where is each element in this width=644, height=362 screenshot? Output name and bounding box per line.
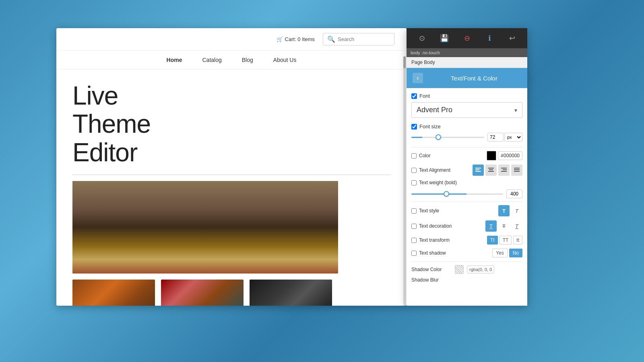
panel-content[interactable]: Font Advent Pro ▾ Font size — [407, 88, 527, 306]
align-right-button[interactable] — [498, 165, 510, 176]
italic-style-button[interactable]: T — [511, 205, 522, 216]
font-label-row: Font — [411, 93, 522, 99]
scrollbar-thumb[interactable] — [403, 56, 406, 68]
text-weight-label-text: Text weight (bold) — [419, 180, 457, 185]
browser-scrollbar[interactable] — [403, 56, 406, 306]
font-weight-slider[interactable] — [411, 193, 503, 195]
color-controls: #000000 — [487, 151, 522, 160]
shadow-color-swatch[interactable] — [455, 265, 464, 274]
font-dropdown[interactable]: Advent Pro ▾ — [411, 102, 522, 118]
toolbar-save-icon[interactable]: 💾 — [438, 32, 451, 45]
font-section: Font Advent Pro ▾ — [411, 93, 522, 118]
search-box[interactable]: 🔍 — [323, 33, 394, 45]
svg-rect-8 — [501, 171, 507, 172]
panel-back-button[interactable]: ‹ — [413, 73, 423, 83]
browser-window: 🛒 Cart: 0 Items 🔍 Home Catalog Blog Abou… — [56, 28, 407, 306]
text-style-checkbox[interactable] — [411, 208, 417, 214]
font-checkbox[interactable] — [411, 93, 417, 99]
thumbnail-2 — [161, 280, 244, 306]
uppercase-button[interactable]: TT — [500, 236, 512, 245]
text-transform-label[interactable]: Text transform — [411, 237, 460, 243]
panel-header: ‹ Text/Font & Color — [407, 68, 527, 88]
font-size-slider[interactable] — [411, 137, 484, 138]
nav-blog[interactable]: Blog — [242, 57, 253, 63]
divider-3 — [411, 261, 522, 262]
cart-label: Cart: 0 Items — [285, 36, 315, 42]
text-decoration-checkbox[interactable] — [411, 224, 417, 229]
toolbar-minus-icon[interactable]: ⊖ — [460, 32, 473, 45]
text-style-row: Text style T T — [411, 205, 522, 216]
text-shadow-checkbox[interactable] — [411, 251, 417, 256]
text-alignment-checkbox[interactable] — [411, 168, 417, 173]
hero-title: LiveThemeEditor — [72, 82, 390, 167]
shadow-yes-button[interactable]: Yes — [492, 249, 508, 257]
shadow-color-value: rgba(0, 0, 0 — [467, 265, 494, 274]
align-justify-button[interactable] — [511, 165, 522, 176]
svg-rect-11 — [514, 171, 520, 172]
text-transform-buttons: Tt TT tt — [487, 236, 522, 245]
nav-about[interactable]: About Us — [273, 57, 297, 63]
toolbar-info-icon[interactable]: ℹ — [483, 32, 496, 45]
nav-home[interactable]: Home — [167, 57, 182, 63]
font-checkbox-label[interactable]: Font — [411, 93, 430, 99]
text-shadow-label[interactable]: Text shadow — [411, 250, 460, 256]
overline-button[interactable]: T — [511, 220, 522, 232]
divider-1 — [411, 147, 522, 148]
font-size-unit-select[interactable]: px em rem — [504, 133, 522, 142]
font-weight-value[interactable] — [506, 189, 522, 198]
text-decoration-label[interactable]: Text decoration — [411, 223, 460, 229]
color-label[interactable]: Color — [411, 153, 460, 158]
text-style-label[interactable]: Text style — [411, 208, 460, 214]
text-alignment-label-text: Text Alignment — [419, 167, 450, 173]
font-size-input[interactable] — [487, 133, 504, 142]
svg-rect-5 — [488, 171, 494, 172]
text-weight-label[interactable]: Text weight (bold) — [411, 180, 460, 185]
underline-button[interactable]: T — [485, 220, 497, 232]
bold-style-button[interactable]: T — [498, 205, 510, 216]
shadow-color-row: Shadow Color rgba(0, 0, 0 — [411, 265, 522, 274]
capitalize-button[interactable]: Tt — [487, 236, 498, 245]
right-panel: ⊙ 💾 ⊖ ℹ ↩ body .no-touch Page Body ‹ Tex… — [407, 28, 527, 306]
shadow-color-label: Shadow Color — [411, 267, 452, 272]
panel-title: Text/Font & Color — [427, 75, 521, 82]
site-header: 🛒 Cart: 0 Items 🔍 — [56, 28, 407, 51]
color-swatch[interactable] — [487, 151, 496, 160]
shadow-no-button[interactable]: No — [509, 249, 522, 257]
selector-bar: body .no-touch — [407, 48, 527, 57]
page-body-label: Page Body — [411, 60, 435, 65]
page-body-bar: Page Body — [407, 57, 527, 68]
shadow-blur-row: Shadow Blur — [411, 277, 522, 283]
shadow-blur-label: Shadow Blur — [411, 277, 452, 283]
text-weight-row: Text weight (bold) — [411, 180, 522, 185]
font-size-checkbox-label[interactable]: Font size — [411, 123, 441, 130]
align-left-button[interactable] — [473, 165, 484, 176]
color-checkbox[interactable] — [411, 153, 417, 158]
text-alignment-label[interactable]: Text Alignment — [411, 167, 460, 173]
font-size-checkbox[interactable] — [411, 124, 417, 130]
cart-link[interactable]: 🛒 Cart: 0 Items — [277, 36, 315, 42]
text-decoration-label-text: Text decoration — [419, 223, 452, 229]
text-shadow-row: Text shadow Yes No — [411, 249, 522, 257]
text-weight-checkbox[interactable] — [411, 180, 417, 185]
text-transform-checkbox[interactable] — [411, 238, 417, 243]
thumbnail-3 — [250, 280, 332, 306]
bold-slider-row — [411, 189, 522, 198]
svg-rect-2 — [475, 171, 481, 172]
svg-rect-6 — [501, 168, 507, 169]
text-transform-row: Text transform Tt TT tt — [411, 236, 522, 245]
svg-rect-1 — [475, 169, 479, 170]
strikethrough-button[interactable]: T — [498, 220, 510, 232]
divider-2 — [411, 202, 522, 202]
search-input[interactable] — [338, 36, 390, 42]
color-row: Color #000000 — [411, 151, 522, 160]
lowercase-button[interactable]: tt — [513, 236, 522, 245]
font-size-label-row: Font size — [411, 123, 522, 130]
align-center-button[interactable] — [485, 165, 497, 176]
alignment-buttons — [473, 165, 522, 176]
toolbar-target-icon[interactable]: ⊙ — [415, 32, 428, 45]
toolbar-exit-icon[interactable]: ↩ — [506, 32, 518, 45]
svg-rect-10 — [514, 169, 520, 170]
svg-rect-3 — [488, 168, 494, 169]
nav-catalog[interactable]: Catalog — [202, 57, 222, 63]
site-main: LiveThemeEditor — [56, 70, 407, 306]
